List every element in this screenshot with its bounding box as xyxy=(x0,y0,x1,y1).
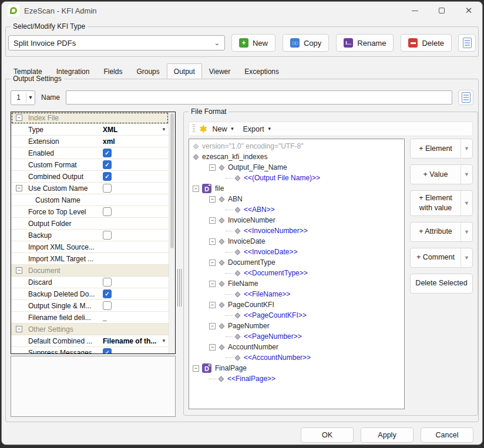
toolbar-new-menu[interactable]: New ▼ xyxy=(210,124,238,134)
tree-item-documenttype[interactable]: −DocumentType xyxy=(189,257,404,268)
tab-output[interactable]: Output xyxy=(167,63,202,79)
property-value[interactable]: ✓ xyxy=(103,160,169,169)
tree-item-invoicedate[interactable]: <<InvoiceDate>> xyxy=(189,247,404,257)
output-index-combobox[interactable]: 1 ▼ xyxy=(11,90,35,105)
property-value[interactable] xyxy=(103,231,169,240)
checkbox-backup[interactable] xyxy=(103,231,112,240)
cancel-button[interactable]: Cancel xyxy=(421,427,473,443)
minimize-button[interactable] xyxy=(401,2,428,19)
tree-item-file[interactable]: −D+file xyxy=(189,183,404,194)
chevron-down-icon[interactable]: ▼ xyxy=(461,191,472,215)
chevron-down-icon[interactable]: ▼ xyxy=(162,127,166,132)
tree-item-finalpage[interactable]: <<FinalPage>> xyxy=(189,373,404,384)
checkbox-combined-output[interactable]: ✓ xyxy=(103,172,112,181)
chevron-down-icon[interactable]: ▼ xyxy=(461,139,472,158)
add-element-button[interactable]: + Element▼ xyxy=(410,139,473,159)
tree-item-output-file-name[interactable]: <<(Output File Name)>> xyxy=(189,173,404,183)
collapse-expander-icon[interactable]: − xyxy=(193,186,199,192)
copy-button[interactable]: □□Copy xyxy=(283,34,329,52)
tree-item-ezescan-kfi-indexes[interactable]: ezescan_kfi_indexes xyxy=(189,151,404,162)
new-button[interactable]: +New xyxy=(231,34,275,52)
property-value[interactable] xyxy=(103,207,169,216)
tab-exceptions[interactable]: Exceptions xyxy=(237,65,286,79)
property-value[interactable]: ✓ xyxy=(103,172,169,181)
property-value[interactable]: _ xyxy=(103,314,169,322)
collapse-expander-icon[interactable]: − xyxy=(209,323,216,329)
collapse-expander-icon[interactable]: − xyxy=(209,196,216,203)
tree-item-accountnumber[interactable]: <<AccountNumber>> xyxy=(189,352,404,363)
chevron-down-icon[interactable]: ▼ xyxy=(461,223,472,241)
property-value[interactable]: xml xyxy=(103,137,169,146)
delete-button[interactable]: Delete xyxy=(401,34,452,52)
collapse-expander-icon[interactable]: − xyxy=(16,185,22,191)
tree-item-filename[interactable]: −FileName xyxy=(189,278,404,289)
tree-item-abn[interactable]: <<ABN>> xyxy=(189,204,404,215)
add-attribute-button[interactable]: + Attribute▼ xyxy=(410,222,473,242)
collapse-expander-icon[interactable]: − xyxy=(209,164,216,171)
checkbox-use-custom-name[interactable] xyxy=(103,184,112,193)
apply-button[interactable]: Apply xyxy=(361,427,414,443)
ok-button[interactable]: OK xyxy=(301,427,354,443)
tree-item-version-1-0-encoding-utf-8[interactable]: version="1.0" encoding="UTF-8" xyxy=(189,141,404,151)
tree-item-pagecountkfi[interactable]: <<PageCountKFI>> xyxy=(189,310,404,321)
collapse-expander-icon[interactable]: − xyxy=(209,217,216,224)
collapse-expander-icon[interactable]: − xyxy=(209,238,216,245)
chevron-down-icon[interactable]: ▼ xyxy=(461,165,472,184)
checkbox-custom-format[interactable]: ✓ xyxy=(103,160,112,169)
collapse-expander-icon[interactable]: − xyxy=(209,281,216,287)
output-name-input[interactable] xyxy=(66,90,452,105)
collapse-expander-icon[interactable]: − xyxy=(193,365,199,372)
add-value-button[interactable]: + Value▼ xyxy=(410,164,473,184)
tree-item-finalpage[interactable]: −DcFinalPage xyxy=(189,363,404,373)
scrollbar-thumb[interactable] xyxy=(170,113,174,248)
kfi-type-combobox[interactable]: Split Invoice PDFs ⌄ xyxy=(8,35,225,50)
tree-item-pagenumber[interactable]: −PageNumber xyxy=(189,321,404,331)
checkbox-enabled[interactable]: ✓ xyxy=(103,149,112,157)
tree-item-accountnumber[interactable]: −AccountNumber xyxy=(189,342,404,352)
property-value[interactable]: XML▼ xyxy=(103,126,169,134)
collapse-expander-icon[interactable]: − xyxy=(16,114,22,121)
add-element-with-value-button[interactable]: + Element with value▼ xyxy=(410,190,473,216)
panel-splitter[interactable] xyxy=(176,112,183,417)
tree-item-invoicedate[interactable]: −InvoiceDate xyxy=(189,236,404,247)
tree-item-invoicenumber[interactable]: −InvoiceNumber xyxy=(189,215,404,225)
property-value[interactable] xyxy=(103,184,169,193)
tree-item-invoicenumber[interactable]: <<InvoiceNumber>> xyxy=(189,225,404,236)
tree-item-documenttype[interactable]: <<DocumentType>> xyxy=(189,268,404,278)
tree-item-pagenumber[interactable]: <<PageNumber>> xyxy=(189,331,404,342)
chevron-down-icon[interactable]: ▼ xyxy=(461,248,472,267)
collapse-expander-icon[interactable]: − xyxy=(209,260,216,266)
rename-button[interactable]: I...Rename xyxy=(336,34,394,52)
checkbox-discard[interactable] xyxy=(103,278,112,287)
collapse-expander-icon[interactable]: − xyxy=(16,326,22,332)
collapse-expander-icon[interactable]: − xyxy=(209,302,216,308)
tree-item-output-file-name[interactable]: −Output_File_Name xyxy=(189,162,404,173)
tree-item-pagecountkfi[interactable]: −PageCountKFI xyxy=(189,299,404,310)
toolbar-export-menu[interactable]: Export ▼ xyxy=(240,124,275,134)
chevron-down-icon[interactable]: ⌄ xyxy=(214,39,220,47)
property-grid-scrollbar[interactable] xyxy=(169,112,175,353)
property-value[interactable]: Filename of th...▼ xyxy=(103,337,169,345)
checkbox-force-to-top-level[interactable] xyxy=(103,207,112,216)
property-value[interactable] xyxy=(103,278,169,287)
collapse-expander-icon[interactable]: − xyxy=(16,267,22,274)
kfi-notes-button[interactable] xyxy=(458,34,476,52)
checkbox-suppress-messages[interactable]: ✓ xyxy=(103,348,112,354)
tab-fields[interactable]: Fields xyxy=(96,65,129,79)
delete-selected-button[interactable]: Delete Selected xyxy=(410,274,473,294)
close-button[interactable]: ✕ xyxy=(455,2,482,19)
property-value[interactable]: ✓ xyxy=(103,149,169,157)
tree-item-filename[interactable]: <<FileName>> xyxy=(189,289,404,299)
collapse-expander-icon[interactable]: − xyxy=(209,344,216,351)
maximize-button[interactable] xyxy=(428,2,455,19)
chevron-down-icon[interactable]: ▼ xyxy=(162,338,166,343)
add-comment-button[interactable]: + Comment▼ xyxy=(410,248,473,268)
chevron-down-icon[interactable]: ▼ xyxy=(26,95,35,100)
checkbox-output-single-m[interactable] xyxy=(103,301,112,310)
tree-item-abn[interactable]: −ABN xyxy=(189,194,404,204)
property-value[interactable] xyxy=(103,301,169,310)
tab-groups[interactable]: Groups xyxy=(129,65,166,79)
name-notes-button[interactable] xyxy=(458,90,473,105)
checkbox-backup-deleted-do[interactable]: ✓ xyxy=(103,289,112,298)
property-value[interactable]: ✓ xyxy=(103,289,169,298)
